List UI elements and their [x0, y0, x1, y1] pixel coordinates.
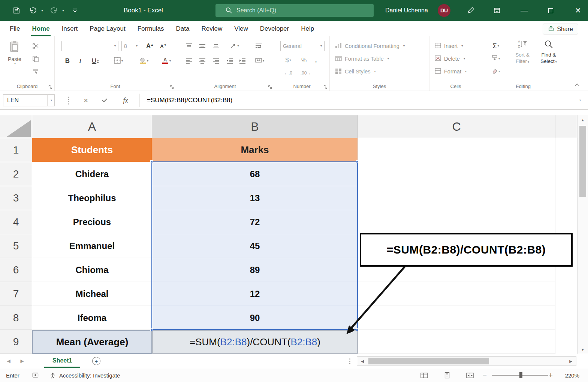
copy-button[interactable]	[30, 54, 41, 64]
cell-a7[interactable]: Micheal	[32, 282, 152, 306]
avatar[interactable]: DU	[438, 4, 450, 17]
collapse-ribbon-icon[interactable]	[572, 79, 583, 90]
close-button[interactable]: ✕	[568, 0, 588, 21]
increase-indent-icon[interactable]	[237, 56, 248, 66]
tab-formulas[interactable]: Formulas	[132, 21, 170, 36]
zoom-in-button[interactable]: +	[549, 368, 553, 382]
cell-b1[interactable]: Marks	[152, 138, 358, 162]
row-header-2[interactable]: 2	[0, 162, 32, 186]
row-header-6[interactable]: 6	[0, 258, 32, 282]
comma-style-button[interactable]: ,	[311, 54, 321, 64]
selection-handle[interactable]	[356, 160, 359, 163]
cell-b7[interactable]: 12	[152, 282, 358, 306]
format-cells-button[interactable]: Format ▾	[435, 66, 467, 77]
tab-home[interactable]: Home	[26, 21, 55, 36]
cell-a5[interactable]: Emmanuel	[32, 234, 152, 258]
clear-button[interactable]: ▾	[488, 66, 504, 77]
cell-a9[interactable]: Mean (Average)	[32, 330, 152, 354]
number-dialog-launcher-icon[interactable]	[323, 84, 328, 88]
horizontal-scrollbar[interactable]: ◀ ▶	[357, 356, 576, 366]
minimize-button[interactable]: —	[516, 0, 533, 21]
bold-button[interactable]: B	[62, 56, 73, 66]
align-right-icon[interactable]	[210, 56, 222, 66]
redo-chevron-icon[interactable]: ▾	[60, 0, 65, 21]
select-all-corner[interactable]	[0, 115, 32, 138]
cell-a8[interactable]: Ifeoma	[32, 306, 152, 330]
row-header-4[interactable]: 4	[0, 210, 32, 234]
ribbon-display-options-icon[interactable]	[489, 0, 504, 21]
tab-page-layout[interactable]: Page Layout	[84, 21, 131, 36]
font-size-combo[interactable]: 8▾	[121, 41, 140, 51]
cell-c3[interactable]	[358, 186, 555, 210]
align-bottom-icon[interactable]	[210, 41, 222, 51]
font-name-combo[interactable]: ▾	[61, 41, 118, 51]
increase-decimal-button[interactable]: ←.0	[281, 68, 295, 78]
column-header-a[interactable]: A	[32, 115, 152, 138]
vertical-scrollbar[interactable]: ▲ ▼	[577, 115, 588, 354]
insert-cells-button[interactable]: Insert ▾	[435, 41, 463, 51]
merge-center-button[interactable]: ▾	[251, 56, 268, 66]
cell-styles-button[interactable]: Cell Styles ▾	[335, 66, 376, 77]
cell-b5[interactable]: 45	[152, 234, 358, 258]
column-header-b[interactable]: B	[152, 115, 358, 138]
save-icon[interactable]	[9, 0, 24, 21]
maximize-button[interactable]	[542, 0, 559, 21]
cell-b6[interactable]: 89	[152, 258, 358, 282]
scroll-down-icon[interactable]: ▼	[578, 345, 588, 354]
undo-icon[interactable]	[27, 0, 39, 21]
confirm-entry-icon[interactable]	[98, 94, 111, 106]
row-header-8[interactable]: 8	[0, 306, 32, 330]
font-color-button[interactable]: A ▾	[158, 56, 175, 66]
find-select-button[interactable]: Find & Select▾	[537, 39, 560, 85]
accessibility-status[interactable]: Accessibility: Investigate	[59, 368, 120, 382]
accounting-format-button[interactable]: $▾	[282, 55, 295, 66]
cell-a1[interactable]: Students	[32, 138, 152, 162]
borders-button[interactable]: ▾	[110, 56, 127, 66]
delete-cells-button[interactable]: Delete ▾	[435, 54, 465, 64]
tab-data[interactable]: Data	[170, 21, 196, 36]
paste-button[interactable]: Paste▾	[4, 40, 25, 80]
row-header-3[interactable]: 3	[0, 186, 32, 210]
wrap-text-button[interactable]	[251, 41, 266, 51]
format-as-table-button[interactable]: Format as Table ▾	[335, 54, 389, 64]
align-center-icon[interactable]	[196, 56, 208, 66]
tab-file[interactable]: File	[4, 21, 26, 36]
column-header-c[interactable]: C	[358, 115, 555, 138]
tab-review[interactable]: Review	[195, 21, 228, 36]
cell-c1[interactable]	[358, 138, 555, 162]
cell-b9-formula[interactable]: =SUM(B2:B8)/COUNT(B2:B8)	[152, 330, 358, 354]
grow-font-button[interactable]: A▲	[144, 41, 156, 51]
cell-c2[interactable]	[358, 162, 555, 186]
formula-bar-drag-handle[interactable]	[62, 94, 75, 106]
align-top-icon[interactable]	[183, 41, 195, 51]
formula-bar-input[interactable]: =SUM(B2:B8)/COUNT(B2:B8)	[147, 94, 232, 106]
underline-button[interactable]: U▾	[88, 56, 103, 66]
insert-function-icon[interactable]: fx	[119, 94, 132, 106]
zoom-slider-thumb[interactable]	[519, 372, 522, 378]
cell-b4[interactable]: 72	[152, 210, 358, 234]
cut-button[interactable]	[30, 41, 41, 51]
cell-a2[interactable]: Chidera	[32, 162, 152, 186]
scroll-right-icon[interactable]: ▶	[566, 357, 575, 366]
ink-pen-icon[interactable]	[463, 0, 478, 21]
customize-quick-access-icon[interactable]	[70, 0, 80, 21]
horizontal-scrollbar-thumb[interactable]	[368, 358, 489, 364]
zoom-level[interactable]: 220%	[558, 368, 579, 382]
orientation-button[interactable]: ▾	[226, 41, 243, 51]
align-left-icon[interactable]	[183, 56, 195, 66]
name-box-chevron-icon[interactable]: ▾	[47, 95, 54, 106]
cell-b8[interactable]: 90	[152, 306, 358, 330]
decrease-indent-icon[interactable]	[224, 56, 235, 66]
tabbar-drag-handle[interactable]	[344, 354, 355, 368]
cell-b3[interactable]: 13	[152, 186, 358, 210]
conditional-formatting-button[interactable]: Conditional Formatting ▾	[335, 41, 405, 51]
cancel-entry-icon[interactable]: ×	[79, 94, 92, 106]
percent-style-button[interactable]: %	[299, 55, 309, 66]
fill-color-button[interactable]: ▾	[136, 56, 152, 66]
autosum-button[interactable]: Σ▾	[488, 41, 504, 51]
tab-insert[interactable]: Insert	[56, 21, 84, 36]
sheet-nav-right-icon[interactable]: ▶	[16, 354, 28, 368]
tab-view[interactable]: View	[228, 21, 254, 36]
vertical-scrollbar-thumb[interactable]	[579, 126, 586, 197]
shrink-font-button[interactable]: A▼	[157, 41, 169, 51]
